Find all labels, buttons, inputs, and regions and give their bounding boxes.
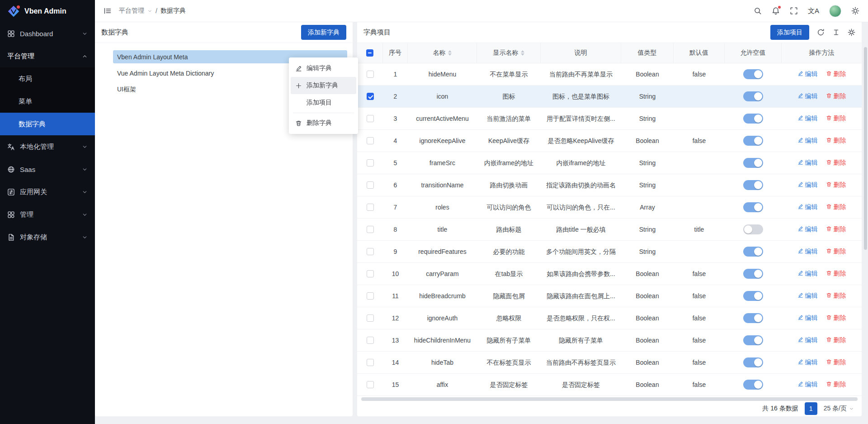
delete-button[interactable]: 删除 bbox=[826, 381, 846, 389]
cell-num: 3 bbox=[383, 108, 408, 129]
vertical-scrollbar[interactable] bbox=[864, 47, 867, 250]
sidebar-item-menu[interactable]: 菜单 bbox=[0, 90, 95, 113]
delete-button[interactable]: 删除 bbox=[826, 358, 846, 367]
edit-button[interactable]: 编辑 bbox=[797, 358, 818, 367]
sort-icons[interactable] bbox=[521, 50, 524, 56]
row-checkbox[interactable] bbox=[367, 292, 374, 300]
row-checkbox[interactable] bbox=[367, 381, 374, 388]
edit-button[interactable]: 编辑 bbox=[797, 181, 818, 189]
edit-button[interactable]: 编辑 bbox=[797, 225, 818, 233]
row-checkbox[interactable] bbox=[367, 204, 374, 211]
select-all-checkbox[interactable] bbox=[366, 49, 373, 57]
row-checkbox[interactable] bbox=[367, 337, 374, 344]
sidebar-item-dashboard[interactable]: Dashboard bbox=[0, 22, 95, 45]
edit-button[interactable]: 编辑 bbox=[797, 314, 818, 322]
sidebar-item-label: 应用网关 bbox=[20, 188, 47, 196]
edit-button[interactable]: 编辑 bbox=[797, 270, 818, 278]
delete-button[interactable]: 删除 bbox=[826, 114, 846, 123]
nullable-toggle[interactable] bbox=[743, 269, 763, 279]
nullable-toggle[interactable] bbox=[743, 202, 763, 212]
nullable-toggle[interactable] bbox=[743, 69, 763, 79]
nullable-toggle[interactable] bbox=[743, 313, 763, 323]
edit-button[interactable]: 编辑 bbox=[797, 203, 818, 211]
delete-button[interactable]: 删除 bbox=[826, 225, 846, 233]
edit-button[interactable]: 编辑 bbox=[797, 248, 818, 256]
refresh-icon[interactable] bbox=[817, 29, 825, 36]
settings-icon[interactable] bbox=[851, 7, 859, 15]
context-menu-item-delete-dictionary[interactable]: 删除字典 bbox=[291, 114, 356, 132]
edit-button[interactable]: 编辑 bbox=[797, 336, 818, 344]
row-checkbox[interactable] bbox=[367, 359, 374, 366]
row-checkbox[interactable] bbox=[367, 137, 374, 144]
delete-button[interactable]: 删除 bbox=[826, 292, 846, 300]
nullable-toggle[interactable] bbox=[743, 380, 763, 390]
context-menu-item-add-item[interactable]: 添加项目 bbox=[291, 94, 356, 111]
column-header-display[interactable]: 显示名称 bbox=[477, 43, 541, 63]
sidebar-collapse-icon[interactable] bbox=[104, 7, 112, 15]
sidebar-item-layout[interactable]: 布局 bbox=[0, 67, 95, 90]
row-checkbox[interactable] bbox=[367, 181, 374, 189]
page-number-button[interactable]: 1 bbox=[805, 402, 817, 415]
nullable-toggle[interactable] bbox=[743, 91, 763, 101]
delete-button[interactable]: 删除 bbox=[826, 336, 846, 344]
nullable-toggle[interactable] bbox=[743, 136, 763, 146]
cell-checkbox bbox=[357, 374, 383, 395]
row-checkbox[interactable] bbox=[367, 270, 374, 277]
context-menu-item-add-new-dictionary[interactable]: 添加新字典 bbox=[291, 77, 356, 94]
avatar[interactable] bbox=[829, 5, 841, 17]
nullable-toggle[interactable] bbox=[743, 224, 763, 234]
delete-button[interactable]: 删除 bbox=[826, 314, 846, 322]
delete-button[interactable]: 删除 bbox=[826, 270, 846, 278]
row-height-icon[interactable] bbox=[832, 29, 840, 36]
row-checkbox[interactable] bbox=[367, 248, 374, 255]
delete-button[interactable]: 删除 bbox=[826, 137, 846, 145]
sidebar-item-application-gateway[interactable]: 应用网关 bbox=[0, 181, 95, 203]
breadcrumb-parent[interactable]: 平台管理 bbox=[119, 7, 144, 15]
delete-button[interactable]: 删除 bbox=[826, 203, 846, 211]
nullable-toggle[interactable] bbox=[743, 247, 763, 257]
translate-icon[interactable]: 文A bbox=[808, 7, 819, 15]
row-checkbox[interactable] bbox=[367, 71, 374, 78]
row-checkbox[interactable] bbox=[367, 115, 374, 122]
sidebar-item-object-storage[interactable]: 对象存储 bbox=[0, 226, 95, 248]
row-checkbox[interactable] bbox=[367, 93, 374, 100]
sidebar-item-management[interactable]: 管理 bbox=[0, 203, 95, 226]
delete-button[interactable]: 删除 bbox=[826, 92, 846, 100]
edit-button[interactable]: 编辑 bbox=[797, 114, 818, 123]
nullable-toggle[interactable] bbox=[743, 180, 763, 190]
edit-button[interactable]: 编辑 bbox=[797, 381, 818, 389]
sidebar-item-saas[interactable]: Saas bbox=[0, 158, 95, 181]
edit-button[interactable]: 编辑 bbox=[797, 292, 818, 300]
add-item-button[interactable]: 添加项目 bbox=[770, 25, 809, 40]
delete-button[interactable]: 删除 bbox=[826, 248, 846, 256]
horizontal-scrollbar[interactable] bbox=[361, 397, 858, 401]
column-settings-icon[interactable] bbox=[848, 29, 855, 36]
page-size-select[interactable]: 25 条/页 bbox=[824, 405, 854, 413]
column-header-name[interactable]: 名称 bbox=[408, 43, 477, 63]
edit-button[interactable]: 编辑 bbox=[797, 70, 818, 78]
search-icon[interactable] bbox=[754, 7, 762, 15]
app-logo[interactable]: Vben Admin bbox=[0, 0, 95, 22]
sidebar-item-platform-management[interactable]: 平台管理 bbox=[0, 45, 95, 67]
edit-button[interactable]: 编辑 bbox=[797, 159, 818, 167]
row-checkbox[interactable] bbox=[367, 226, 374, 233]
row-checkbox[interactable] bbox=[367, 159, 374, 167]
delete-button[interactable]: 删除 bbox=[826, 181, 846, 189]
bell-icon[interactable] bbox=[772, 7, 780, 15]
edit-button[interactable]: 编辑 bbox=[797, 92, 818, 100]
sidebar-item-localization-management[interactable]: 本地化管理 bbox=[0, 135, 95, 158]
nullable-toggle[interactable] bbox=[743, 335, 763, 345]
nullable-toggle[interactable] bbox=[743, 158, 763, 168]
add-dictionary-button[interactable]: 添加新字典 bbox=[301, 25, 346, 40]
nullable-toggle[interactable] bbox=[743, 291, 763, 301]
sidebar-item-data-dictionary[interactable]: 数据字典 bbox=[0, 113, 95, 135]
edit-button[interactable]: 编辑 bbox=[797, 137, 818, 145]
nullable-toggle[interactable] bbox=[743, 357, 763, 367]
delete-button[interactable]: 删除 bbox=[826, 159, 846, 167]
nullable-toggle[interactable] bbox=[743, 114, 763, 124]
sort-icons[interactable] bbox=[448, 50, 452, 56]
row-checkbox[interactable] bbox=[367, 314, 374, 322]
fullscreen-icon[interactable] bbox=[790, 7, 798, 15]
delete-button[interactable]: 删除 bbox=[826, 70, 846, 78]
context-menu-item-edit-dictionary[interactable]: 编辑字典 bbox=[291, 60, 356, 77]
